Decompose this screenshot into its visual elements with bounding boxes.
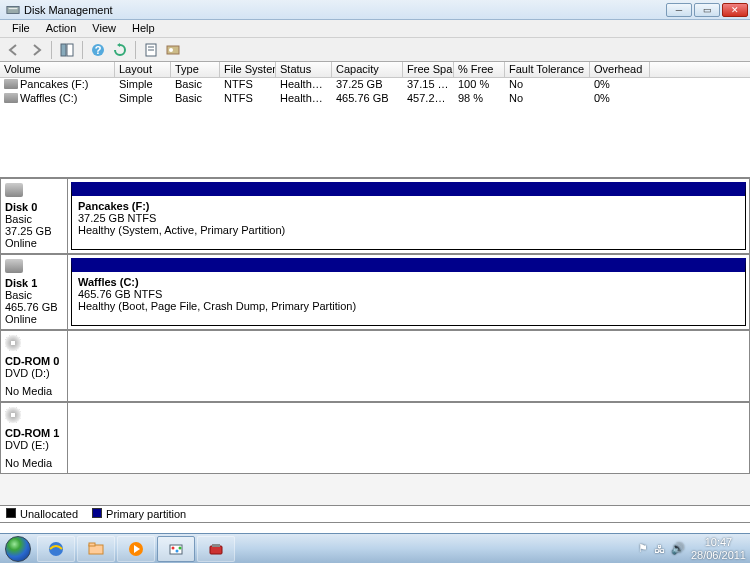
maximize-button[interactable]: ▭ (694, 3, 720, 17)
col-freespace[interactable]: Free Spa... (403, 62, 454, 77)
cdrom-row[interactable]: CD-ROM 1 DVD (E:) No Media (0, 402, 750, 474)
swatch-primary (92, 508, 102, 518)
col-status[interactable]: Status (276, 62, 332, 77)
cdrom-state: No Media (5, 457, 63, 469)
title-bar: Disk Management ─ ▭ ✕ (0, 0, 750, 20)
cdrom-row[interactable]: CD-ROM 0 DVD (D:) No Media (0, 330, 750, 402)
forward-button[interactable] (26, 40, 46, 60)
col-type[interactable]: Type (171, 62, 220, 77)
menu-help[interactable]: Help (124, 20, 163, 37)
volume-row[interactable]: Pancakes (F:) Simple Basic NTFS Healthy … (0, 78, 750, 92)
svg-rect-19 (210, 546, 222, 554)
cdrom-id: CD-ROM 1 (5, 427, 63, 439)
cdrom-drive: DVD (D:) (5, 367, 63, 379)
show-hide-button[interactable] (57, 40, 77, 60)
svg-rect-3 (67, 44, 73, 56)
col-fault[interactable]: Fault Tolerance (505, 62, 590, 77)
svg-point-16 (172, 546, 175, 549)
col-volume[interactable]: Volume (0, 62, 115, 77)
partition[interactable]: Pancakes (F:) 37.25 GB NTFS Healthy (Sys… (71, 182, 746, 250)
volume-row[interactable]: Waffles (C:) Simple Basic NTFS Healthy (… (0, 92, 750, 106)
svg-text:?: ? (95, 44, 102, 56)
disk-row[interactable]: Disk 1 Basic 465.76 GB Online Waffles (C… (0, 254, 750, 330)
taskbar-paint[interactable] (157, 536, 195, 562)
svg-rect-1 (9, 8, 18, 9)
disk-type: Basic (5, 289, 63, 301)
menu-bar: File Action View Help (0, 20, 750, 38)
cdrom-icon (5, 335, 21, 351)
cdrom-state: No Media (5, 385, 63, 397)
partition[interactable]: Waffles (C:) 465.76 GB NTFS Healthy (Boo… (71, 258, 746, 326)
svg-rect-20 (212, 544, 220, 547)
partition-health: Healthy (Boot, Page File, Crash Dump, Pr… (78, 300, 739, 312)
col-capacity[interactable]: Capacity (332, 62, 403, 77)
disk-id: Disk 1 (5, 277, 63, 289)
start-button[interactable] (0, 534, 36, 564)
disk-icon (5, 259, 23, 273)
close-button[interactable]: ✕ (722, 3, 748, 17)
disk-size: 37.25 GB (5, 225, 63, 237)
col-filesystem[interactable]: File System (220, 62, 276, 77)
partition-name: Waffles (C:) (78, 276, 739, 288)
volume-header: Volume Layout Type File System Status Ca… (0, 62, 750, 78)
disk-size: 465.76 GB (5, 301, 63, 313)
col-overhead[interactable]: Overhead (590, 62, 650, 77)
help-button[interactable]: ? (88, 40, 108, 60)
tray-network-icon[interactable]: 🖧 (654, 543, 665, 555)
properties-button[interactable] (141, 40, 161, 60)
tray-volume-icon[interactable]: 🔊 (671, 542, 685, 555)
taskbar-mediaplayer[interactable] (117, 536, 155, 562)
swatch-unallocated (6, 508, 16, 518)
svg-point-17 (176, 549, 179, 552)
partition-info: 465.76 GB NTFS (78, 288, 739, 300)
col-pctfree[interactable]: % Free (454, 62, 505, 77)
disk-row[interactable]: Disk 0 Basic 37.25 GB Online Pancakes (F… (0, 178, 750, 254)
partition-info: 37.25 GB NTFS (78, 212, 739, 224)
disk-icon (5, 183, 23, 197)
volume-icon (4, 79, 18, 89)
taskbar-app[interactable] (197, 536, 235, 562)
menu-file[interactable]: File (4, 20, 38, 37)
system-tray[interactable]: ⚑ 🖧 🔊 10:47 28/06/2011 (638, 536, 750, 560)
svg-rect-13 (89, 543, 95, 546)
disk-state: Online (5, 313, 63, 325)
legend: Unallocated Primary partition (0, 505, 750, 523)
svg-point-18 (179, 546, 182, 549)
svg-rect-2 (61, 44, 66, 56)
app-icon (6, 3, 20, 17)
volume-list[interactable]: Volume Layout Type File System Status Ca… (0, 62, 750, 178)
settings-button[interactable] (163, 40, 183, 60)
taskbar-explorer[interactable] (77, 536, 115, 562)
disk-type: Basic (5, 213, 63, 225)
taskbar-ie[interactable] (37, 536, 75, 562)
volume-icon (4, 93, 18, 103)
disk-graphical-view: Disk 0 Basic 37.25 GB Online Pancakes (F… (0, 178, 750, 505)
taskbar-clock[interactable]: 10:47 28/06/2011 (691, 536, 746, 560)
partition-name: Pancakes (F:) (78, 200, 739, 212)
cdrom-id: CD-ROM 0 (5, 355, 63, 367)
col-layout[interactable]: Layout (115, 62, 171, 77)
refresh-button[interactable] (110, 40, 130, 60)
tray-flag-icon[interactable]: ⚑ (638, 542, 648, 555)
taskbar: ⚑ 🖧 🔊 10:47 28/06/2011 (0, 533, 750, 563)
menu-action[interactable]: Action (38, 20, 85, 37)
window-title: Disk Management (24, 4, 666, 16)
toolbar: ? (0, 38, 750, 62)
disk-id: Disk 0 (5, 201, 63, 213)
disk-state: Online (5, 237, 63, 249)
cdrom-icon (5, 407, 21, 423)
partition-health: Healthy (System, Active, Primary Partiti… (78, 224, 739, 236)
svg-point-10 (169, 48, 173, 52)
minimize-button[interactable]: ─ (666, 3, 692, 17)
cdrom-drive: DVD (E:) (5, 439, 63, 451)
svg-rect-0 (7, 6, 19, 13)
menu-view[interactable]: View (84, 20, 124, 37)
svg-rect-15 (170, 545, 182, 554)
back-button[interactable] (4, 40, 24, 60)
